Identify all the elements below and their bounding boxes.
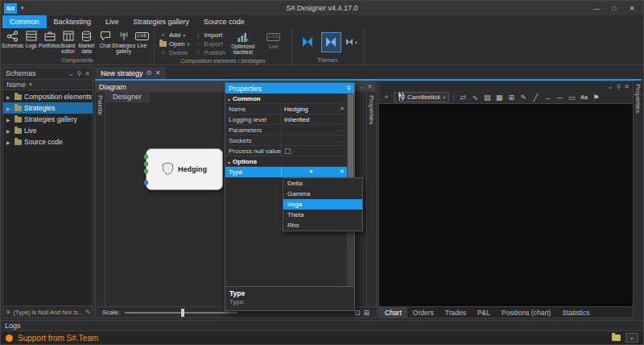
scale-slider[interactable]	[125, 312, 237, 314]
optimized-backtest-button[interactable]: Optimized backtest	[228, 29, 258, 55]
edit-filter-icon[interactable]: ✎	[85, 309, 91, 316]
indicators-icon[interactable]: ∿	[470, 94, 480, 102]
dropdown-item-theta[interactable]: Theta	[283, 210, 362, 220]
app-logo[interactable]: S#	[4, 3, 17, 14]
chart-type-select[interactable]: Candlestick ▾	[394, 92, 449, 102]
data-list-icon[interactable]: ▤	[482, 94, 492, 102]
minimize-button[interactable]: —	[588, 2, 605, 14]
ribbon-tab-source-code[interactable]: Source code	[196, 15, 252, 28]
tab-new-strategy[interactable]: New strategy ⚙ ✕	[95, 67, 166, 79]
ellipsis-button[interactable]: …	[338, 127, 345, 132]
chart-pin-icon[interactable]: ⚲	[616, 83, 621, 90]
theme-blue-button[interactable]	[321, 32, 341, 52]
alert-flag-icon[interactable]: ⚑	[591, 94, 601, 102]
ribbon-tab-live[interactable]: Live	[98, 15, 126, 28]
zoom-fit-icon[interactable]: ⊡	[354, 309, 361, 317]
tree-item-strategies-gallery[interactable]: ▶ Strategies gallery	[3, 114, 93, 125]
ellipsis-button[interactable]: …	[338, 138, 345, 143]
logs-button[interactable]: Logs	[22, 29, 40, 48]
property-row-process-null-values[interactable]: Process null values	[225, 146, 347, 156]
live-run-button[interactable]: LIVE Live	[258, 29, 289, 49]
designer-tab[interactable]: Designer	[105, 92, 150, 102]
dropdown-item-delta[interactable]: Delta	[283, 178, 362, 189]
publish-button[interactable]: ⇧ Publish	[192, 48, 228, 57]
strategy-settings-gear-icon[interactable]: ⚙	[147, 69, 152, 77]
tree-item-live[interactable]: ▶ Live	[3, 125, 93, 136]
input-port[interactable]	[144, 169, 148, 173]
name-value[interactable]: Hedging	[284, 106, 308, 113]
tab-close-icon[interactable]: ✕	[155, 69, 161, 77]
properties-popup-header[interactable]: Properties ⚲	[225, 83, 354, 94]
horizontal-line-icon[interactable]: ─	[555, 94, 564, 102]
rectangle-tool-icon[interactable]: ▭	[567, 94, 576, 102]
property-row-type[interactable]: Type ▾✕	[225, 167, 347, 177]
schemas-pin-icon[interactable]: ⚲	[76, 70, 81, 77]
property-row-name[interactable]: Name Hedging✕	[225, 104, 347, 114]
schemas-menu-icon[interactable]: ⌄	[68, 70, 74, 77]
tab-statistics[interactable]: Statistics	[556, 307, 595, 318]
diagram-close-icon[interactable]: ✕	[367, 83, 373, 90]
dropdown-item-gamma[interactable]: Gamma	[283, 189, 362, 199]
input-port[interactable]	[144, 181, 148, 185]
ribbon-tab-common[interactable]: Common	[2, 15, 47, 28]
expander-icon[interactable]: ▶	[6, 128, 12, 134]
section-options[interactable]: ▴ Options	[225, 156, 347, 167]
type-dropdown-icon[interactable]: ▾	[310, 168, 313, 175]
quick-access-chevron-icon[interactable]: ▾	[21, 5, 24, 11]
clear-value-icon[interactable]: ✕	[340, 106, 345, 112]
export-button[interactable]: ↑ Export	[192, 39, 228, 48]
schemas-close-icon[interactable]: ✕	[85, 70, 90, 77]
expander-icon[interactable]: ▶	[6, 94, 12, 100]
strategies-gallery-button[interactable]: Strategies gallery	[114, 29, 133, 54]
trend-line-icon[interactable]: ╱	[530, 94, 540, 102]
chart-menu-icon[interactable]: ⌄	[608, 83, 613, 90]
clear-value-icon[interactable]: ✕	[340, 168, 345, 175]
zoom-grid-icon[interactable]: ⊞	[363, 309, 369, 317]
scale-slider-thumb[interactable]	[181, 309, 184, 317]
logging-level-value[interactable]: Inherited	[284, 116, 309, 123]
clear-filter-icon[interactable]: ✕	[6, 309, 11, 316]
palette-side-tab[interactable]: Palette	[96, 92, 105, 306]
section-common[interactable]: ▴ Common	[225, 94, 347, 104]
dropdown-item-vega[interactable]: Vega	[283, 199, 362, 210]
schemas-column-header[interactable]: Name ▼	[3, 79, 93, 90]
live-components-button[interactable]: LIVE Live	[133, 29, 151, 48]
checkbox-unchecked[interactable]	[285, 148, 291, 154]
auto-range-icon[interactable]: ⇄	[458, 94, 468, 102]
ribbon-tab-strategies-gallery[interactable]: Strategies gallery	[126, 15, 197, 28]
open-log-folder-icon[interactable]	[612, 335, 621, 341]
tab-pnl[interactable]: P&L	[472, 307, 496, 318]
ribbon-tab-backtesting[interactable]: Backtesting	[47, 15, 99, 28]
delete-button[interactable]: ✕ Delete	[157, 48, 192, 57]
chart-close-icon[interactable]: ✕	[624, 83, 630, 90]
open-dropdown-icon[interactable]: ▾	[188, 41, 190, 47]
theme-selector-button[interactable]: ▾	[345, 37, 357, 48]
portfolios-button[interactable]: Portfolios	[40, 29, 59, 48]
chart-properties-side-tab[interactable]: Properties	[634, 81, 642, 318]
tab-trades[interactable]: Trades	[440, 307, 472, 318]
property-row-sockets[interactable]: Sockets …	[225, 135, 347, 146]
open-button[interactable]: Open ▾	[157, 39, 192, 48]
diagram-properties-side-tab[interactable]: Properties	[366, 92, 376, 306]
log-filter-dropdown[interactable]: ▾	[625, 333, 638, 343]
properties-pin-icon[interactable]: ⚲	[346, 85, 351, 92]
theme-dark-button[interactable]	[298, 32, 318, 52]
input-port[interactable]	[144, 155, 148, 159]
draw-pencil-icon[interactable]: ✎	[518, 94, 528, 102]
dropdown-item-rho[interactable]: Rho	[283, 220, 362, 231]
board-editor-button[interactable]: Board editor	[59, 29, 77, 54]
chart-plot-area[interactable]	[379, 104, 633, 306]
arrow-tool-icon[interactable]: →	[543, 94, 552, 102]
market-data-button[interactable]: Market data	[77, 29, 96, 54]
maximize-button[interactable]: □	[606, 2, 622, 14]
log-message[interactable]: Support from S#.Team	[18, 334, 98, 343]
text-tool-icon[interactable]: Aa	[579, 94, 588, 100]
hedging-node[interactable]: Hedging	[146, 148, 223, 190]
import-button[interactable]: ↓ Import	[192, 31, 228, 39]
input-port[interactable]	[144, 162, 148, 166]
tab-positions-chart[interactable]: Positions (chart)	[496, 307, 556, 318]
diagram-menu-icon[interactable]: ⌄	[359, 83, 365, 90]
close-button[interactable]: ✕	[624, 2, 640, 14]
tab-orders[interactable]: Orders	[407, 307, 440, 318]
expander-icon[interactable]: ▶	[6, 117, 12, 123]
